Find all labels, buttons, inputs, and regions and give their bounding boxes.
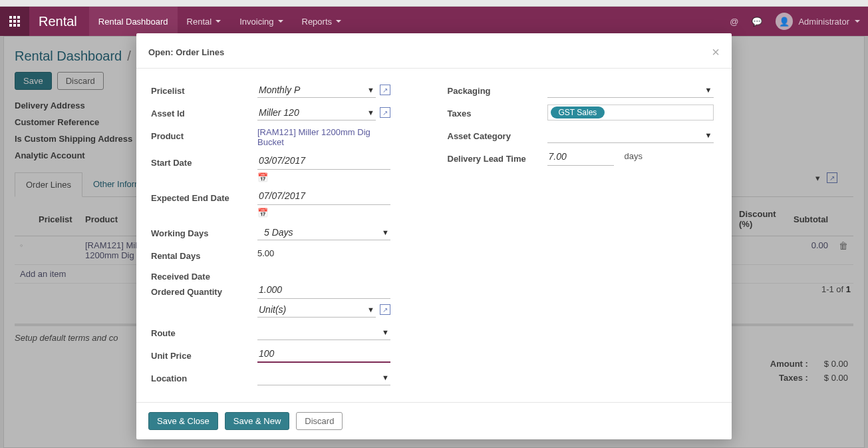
uom-select[interactable]: Unit(s)▼: [257, 302, 376, 318]
ordered-qty-input[interactable]: 1.000: [257, 283, 390, 299]
nav-tab-rental[interactable]: Rental: [178, 7, 231, 36]
start-date-input[interactable]: 03/07/2017: [257, 154, 390, 170]
asset-id-select[interactable]: Miller 120▼: [257, 105, 376, 120]
external-link-icon[interactable]: ↗: [380, 107, 390, 118]
external-link-icon[interactable]: ↗: [380, 304, 390, 315]
at-icon[interactable]: @: [730, 17, 738, 27]
asset-category-select[interactable]: ▼: [547, 127, 714, 143]
label-start-date: Start Date: [151, 154, 257, 168]
route-select[interactable]: ▼: [257, 324, 390, 340]
asset-id-value: Miller 120: [259, 107, 299, 118]
brand-title: Rental: [29, 14, 89, 29]
nav-tab-label: Rental Dashboard: [98, 17, 168, 27]
label-unit-price: Unit Price: [151, 347, 257, 361]
taxes-input[interactable]: GST Sales: [547, 105, 714, 120]
modal-discard-button[interactable]: Discard: [296, 412, 343, 430]
label-packaging: Packaging: [448, 82, 547, 96]
working-days-select[interactable]: 5 Days▼: [257, 224, 390, 240]
browser-chrome: [0, 0, 868, 7]
label-route: Route: [151, 324, 257, 338]
label-end-date: Expected End Date: [151, 189, 257, 203]
rental-days-value: 5.00: [257, 247, 390, 258]
uom-value: Unit(s): [259, 304, 286, 315]
packaging-select[interactable]: ▼: [547, 82, 714, 98]
working-days-value: 5 Days: [264, 227, 293, 238]
caret-down-icon: [855, 20, 860, 23]
nav-tab-reports[interactable]: Reports: [293, 7, 351, 36]
nav-tab-rental-dashboard[interactable]: Rental Dashboard: [89, 7, 178, 36]
label-lead-time: Delivery Lead Time: [448, 150, 547, 164]
product-link[interactable]: [RAM121] Miller 1200mm Dig Bucket: [257, 127, 370, 147]
order-line-modal: Open: Order Lines × Pricelist Monthly P▼…: [136, 33, 732, 439]
user-menu[interactable]: 👤 Administrator: [776, 13, 860, 30]
label-received-date: Received Date: [151, 268, 257, 282]
label-working-days: Working Days: [151, 224, 257, 238]
close-icon[interactable]: ×: [712, 45, 720, 59]
pricelist-select[interactable]: Monthly P▼: [257, 82, 376, 98]
calendar-icon[interactable]: 📅: [257, 172, 268, 182]
save-new-button[interactable]: Save & New: [225, 412, 290, 430]
pricelist-value: Monthly P: [259, 85, 300, 95]
lead-time-input[interactable]: 7.00: [547, 150, 614, 166]
unit-price-input[interactable]: 100: [257, 347, 390, 363]
nav-tab-label: Reports: [302, 17, 333, 27]
location-select[interactable]: ▼: [257, 369, 390, 385]
label-pricelist: Pricelist: [151, 82, 257, 96]
label-asset-category: Asset Category: [448, 127, 547, 141]
label-location: Location: [151, 369, 257, 383]
avatar-icon: 👤: [776, 13, 793, 30]
caret-down-icon: [336, 20, 341, 23]
apps-menu-icon[interactable]: [0, 7, 29, 36]
caret-down-icon: [216, 20, 221, 23]
nav-tab-invoicing[interactable]: Invoicing: [230, 7, 292, 36]
user-name: Administrator: [798, 17, 849, 27]
label-product: Product: [151, 127, 257, 141]
lead-time-unit: days: [625, 150, 643, 161]
label-taxes: Taxes: [448, 105, 547, 118]
label-rental-days: Rental Days: [151, 247, 257, 261]
main-nav: Rental Rental Dashboard Rental Invoicing…: [0, 7, 868, 36]
save-close-button[interactable]: Save & Close: [148, 412, 218, 430]
nav-tab-label: Rental: [187, 17, 212, 27]
label-asset-id: Asset Id: [151, 105, 257, 118]
calendar-icon[interactable]: 📅: [257, 208, 268, 218]
modal-title: Open: Order Lines: [148, 47, 224, 57]
nav-tab-label: Invoicing: [239, 17, 273, 27]
tax-tag[interactable]: GST Sales: [551, 107, 605, 118]
external-link-icon[interactable]: ↗: [380, 85, 390, 95]
label-ordered-qty: Ordered Quantity: [151, 283, 257, 297]
caret-down-icon: [278, 20, 283, 23]
end-date-input[interactable]: 07/07/2017: [257, 189, 390, 205]
chat-icon[interactable]: 💬: [752, 17, 762, 27]
